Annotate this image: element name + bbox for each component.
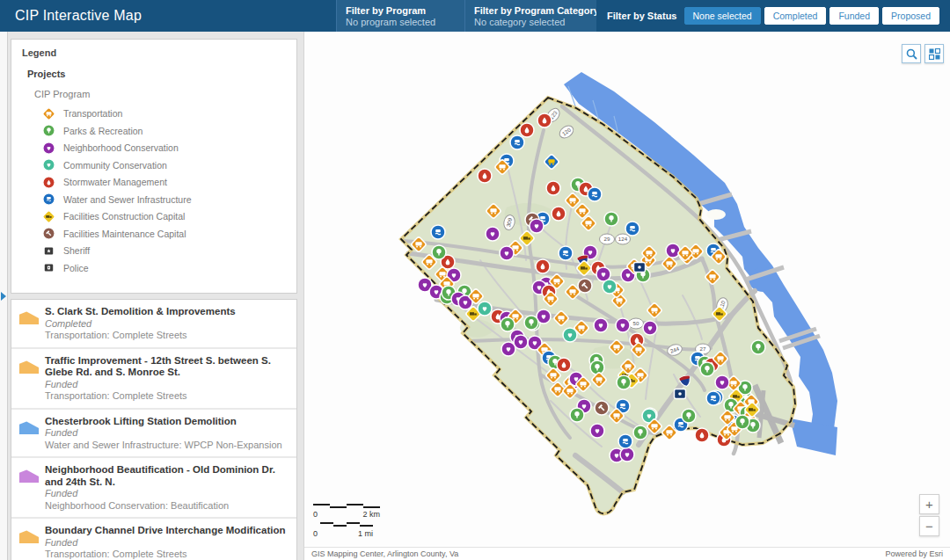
status-filter-completed[interactable]: Completed (764, 7, 827, 25)
filter-program-label: Filter by Program (346, 5, 456, 17)
legend-item-transportation: Transportation (41, 106, 286, 121)
map-canvas[interactable]: 123 120 309 29 124 50 244 27 110 (303, 32, 950, 560)
map-marker-neighborhood-conservation[interactable] (43, 142, 55, 154)
project-list-item[interactable]: Neighborhood Beautification - Old Domini… (11, 458, 296, 519)
filter-by-program-category[interactable]: Filter by Program Category No category s… (464, 0, 596, 32)
map-marker-stormwater[interactable] (537, 113, 552, 127)
project-title: Neighborhood Beautification - Old Domini… (45, 464, 288, 488)
legend-item-police: Police (41, 261, 286, 276)
map-marker-parks-recreation[interactable] (524, 316, 538, 330)
legend-item-parks-recreation: Parks & Recreation (41, 124, 286, 139)
map-marker-parks-recreation[interactable] (432, 245, 446, 259)
project-list-item[interactable]: S. Clark St. Demolition & Improvements C… (11, 300, 296, 349)
map-marker-police[interactable] (44, 264, 54, 272)
map-marker-stormwater[interactable] (43, 177, 55, 188)
map-marker-facilities-construction[interactable] (42, 210, 55, 223)
map-marker-stormwater[interactable] (478, 169, 492, 183)
map-marker-water-sewer[interactable] (431, 225, 445, 239)
community-conservation-icon (41, 157, 56, 172)
map-marker-stormwater[interactable] (536, 259, 550, 273)
basemap-gallery-button[interactable] (924, 44, 944, 63)
map-marker-community-conservation[interactable] (43, 159, 55, 171)
map-marker-parks-recreation[interactable] (751, 340, 765, 354)
project-list-item[interactable]: Chesterbrook Lifting Station Demolition … (11, 410, 296, 459)
map-marker-community-conservation[interactable] (478, 302, 492, 316)
map-marker-stormwater[interactable] (546, 181, 560, 195)
map-marker-neighborhood-conservation[interactable] (590, 424, 604, 438)
map-marker-sheriff[interactable] (44, 247, 54, 255)
map-marker-facilities-maintenance[interactable] (595, 401, 609, 415)
map-marker-neighborhood-conservation[interactable] (620, 447, 634, 462)
map-marker-parks-recreation[interactable] (604, 212, 618, 226)
map-marker-facilities-maintenance[interactable] (578, 279, 592, 293)
map-search-button[interactable] (902, 44, 921, 63)
search-icon (906, 48, 917, 60)
project-program: Transportation: Complete Streets (45, 330, 288, 342)
map-marker-parks-recreation[interactable] (617, 375, 631, 389)
map-marker-parks-recreation[interactable] (735, 415, 749, 429)
map-marker-water-sewer[interactable] (706, 391, 720, 405)
legend-item-label: Transportation (63, 108, 122, 119)
zoom-out-button[interactable]: − (919, 516, 939, 536)
map-marker-police[interactable] (675, 389, 686, 399)
status-filter-none-selected[interactable]: None selected (684, 7, 761, 25)
map-marker-facilities-maintenance[interactable] (43, 228, 55, 239)
legend-item-stormwater-management: Stormwater Management (41, 175, 286, 190)
basemap-svg: 123 120 309 29 124 50 244 27 110 (304, 32, 950, 560)
map-marker-neighborhood-conservation[interactable] (616, 318, 630, 332)
map-marker-parks-recreation[interactable] (501, 317, 515, 331)
map-marker-community-conservation[interactable] (563, 328, 577, 342)
transportation-icon (41, 106, 56, 121)
route-shield-29: 29 (600, 234, 615, 244)
legend-layer-cip-program: CIP Program (34, 89, 286, 99)
zoom-in-button[interactable]: + (919, 494, 939, 514)
map-marker-parks-recreation[interactable] (43, 125, 55, 136)
route-shield-50: 50 (629, 318, 644, 329)
status-filter-funded[interactable]: Funded (829, 7, 879, 25)
map-marker-neighborhood-conservation[interactable] (594, 318, 608, 332)
map-marker-transportation[interactable] (42, 107, 55, 120)
project-title: S. Clark St. Demolition & Improvements (45, 306, 288, 318)
route-shield-124: 124 (616, 234, 631, 244)
status-filter-proposed[interactable]: Proposed (882, 7, 939, 25)
map-marker-neighborhood-conservation[interactable] (666, 244, 680, 258)
map-marker-parks-recreation[interactable] (682, 409, 696, 423)
map-marker-parks-recreation[interactable] (633, 425, 647, 440)
map-marker-parks-recreation[interactable] (700, 362, 714, 376)
map-marker-water-sewer[interactable] (625, 222, 639, 236)
map-marker-community-conservation[interactable] (603, 280, 617, 294)
project-program: Water and Sewer Infrastructure: WPCP Non… (45, 440, 288, 452)
map-marker-water-sewer[interactable] (588, 187, 602, 201)
map-marker-neighborhood-conservation[interactable] (643, 321, 657, 335)
map-marker-stormwater[interactable] (557, 358, 571, 372)
sidebar-collapse-strip[interactable] (0, 32, 8, 560)
map-marker-police[interactable] (634, 263, 646, 273)
scalebar-mi-label: 1 mi (358, 529, 373, 538)
stormwater-icon (41, 175, 56, 190)
legend-item-water-and-sewer-infrastructure: Water and Sewer Infrastructure (41, 193, 286, 207)
map-marker-stormwater[interactable] (520, 123, 534, 137)
app-title: CIP Interactive Map (0, 0, 336, 32)
map-marker-neighborhood-conservation[interactable] (500, 246, 514, 260)
project-program: Transportation: Complete Streets (45, 390, 288, 403)
map-marker-stormwater[interactable] (695, 428, 709, 442)
map-marker-water-sewer[interactable] (43, 193, 55, 205)
project-list-item[interactable]: Boundary Channel Drive Interchange Modif… (11, 519, 296, 560)
map-marker-water-sewer[interactable] (510, 135, 524, 149)
map-marker-water-sewer[interactable] (618, 434, 632, 448)
map-marker-parks-recreation[interactable] (590, 360, 604, 375)
sidebar-expand-arrow-icon[interactable] (1, 292, 6, 301)
map-marker-neighborhood-conservation[interactable] (486, 227, 500, 241)
map-marker-neighborhood-conservation[interactable] (501, 342, 515, 356)
project-title: Chesterbrook Lifting Station Demolition (45, 416, 288, 428)
map-marker-stormwater[interactable] (552, 207, 566, 221)
attribution-text: GIS Mapping Center, Arlington County, Va (311, 549, 458, 558)
project-area-icon (18, 355, 45, 403)
map-marker-neighborhood-conservation[interactable] (530, 219, 544, 233)
map-marker-neighborhood-conservation[interactable] (715, 375, 729, 389)
project-list-item[interactable]: Traffic Improvement - 12th Street S. bet… (11, 349, 296, 410)
map-marker-water-sewer[interactable] (559, 246, 573, 260)
map-marker-parks-recreation[interactable] (570, 408, 584, 422)
water-sewer-icon (41, 192, 56, 207)
filter-by-program[interactable]: Filter by Program No program selected (336, 0, 464, 32)
